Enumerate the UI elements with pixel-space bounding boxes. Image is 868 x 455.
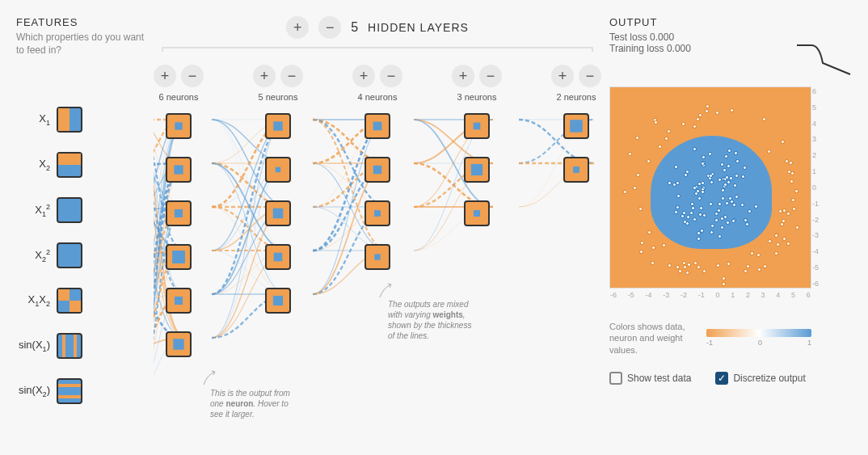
remove-neuron-button[interactable]: − bbox=[380, 65, 402, 87]
svg-rect-6 bbox=[58, 384, 81, 387]
feature-x2sq[interactable]: X22 bbox=[16, 241, 145, 270]
feature-x1[interactable]: X1 bbox=[16, 105, 145, 134]
layers-count: 5 bbox=[351, 20, 358, 35]
annotation-weights: The outputs are mixed with varying weigh… bbox=[388, 299, 477, 341]
layer-column: +−2 neurons bbox=[551, 65, 601, 357]
feature-label: X2 bbox=[16, 158, 57, 172]
remove-neuron-button[interactable]: − bbox=[579, 65, 601, 87]
hidden-neuron[interactable] bbox=[364, 200, 390, 226]
svg-rect-19 bbox=[373, 122, 382, 131]
feature-neuron[interactable] bbox=[57, 242, 82, 268]
feature-neuron[interactable] bbox=[57, 288, 82, 314]
svg-rect-21 bbox=[374, 210, 381, 217]
output-title: OUTPUT bbox=[609, 16, 852, 28]
svg-rect-20 bbox=[373, 166, 381, 174]
hidden-neuron[interactable] bbox=[265, 288, 291, 314]
feature-x1sq[interactable]: X12 bbox=[16, 196, 145, 225]
svg-rect-26 bbox=[570, 120, 582, 132]
feature-neuron[interactable] bbox=[57, 378, 82, 404]
svg-rect-17 bbox=[274, 253, 283, 262]
feature-sinx1[interactable]: sin(X1) bbox=[16, 331, 145, 360]
svg-rect-8 bbox=[175, 122, 182, 129]
hidden-neuron[interactable] bbox=[166, 331, 192, 357]
svg-rect-16 bbox=[273, 209, 283, 218]
hidden-neuron[interactable] bbox=[265, 244, 291, 270]
hidden-neuron[interactable] bbox=[563, 113, 589, 139]
feature-label: X12 bbox=[16, 203, 57, 218]
feature-neuron[interactable] bbox=[57, 197, 82, 223]
add-layer-button[interactable]: + bbox=[286, 16, 309, 39]
hidden-neuron[interactable] bbox=[464, 200, 490, 226]
features-list: X1 X2 X12 X22 X1X2 sin(X1) sin(X2) bbox=[16, 105, 145, 406]
remove-neuron-button[interactable]: − bbox=[181, 65, 204, 87]
add-neuron-button[interactable]: + bbox=[253, 65, 276, 87]
add-neuron-button[interactable]: + bbox=[551, 65, 574, 87]
feature-label: X1X2 bbox=[16, 293, 57, 308]
add-neuron-button[interactable]: + bbox=[154, 65, 176, 87]
feature-label: X1 bbox=[16, 112, 57, 127]
hidden-neuron[interactable] bbox=[364, 113, 390, 139]
svg-rect-7 bbox=[58, 395, 81, 398]
svg-rect-22 bbox=[374, 254, 380, 259]
feature-neuron[interactable] bbox=[57, 333, 82, 359]
test-loss-label: Test loss bbox=[609, 32, 647, 43]
svg-rect-5 bbox=[74, 335, 77, 357]
color-gradient bbox=[706, 329, 811, 337]
svg-rect-9 bbox=[174, 165, 183, 174]
layers-bracket bbox=[162, 47, 593, 48]
svg-rect-11 bbox=[172, 251, 185, 263]
hidden-neuron[interactable] bbox=[265, 113, 291, 139]
svg-rect-24 bbox=[471, 164, 482, 175]
layer-label: 2 neurons bbox=[557, 92, 596, 102]
hidden-neuron[interactable] bbox=[464, 157, 490, 183]
axis-y: 6543210-1-2-3-4-5-6 bbox=[812, 87, 822, 288]
remove-layer-button[interactable]: − bbox=[318, 16, 341, 39]
svg-rect-10 bbox=[175, 209, 183, 217]
svg-rect-3 bbox=[70, 301, 81, 312]
layer-column: +−6 neurons bbox=[154, 65, 204, 357]
remove-neuron-button[interactable]: − bbox=[280, 65, 303, 87]
svg-rect-1 bbox=[58, 154, 81, 165]
layer-label: 5 neurons bbox=[259, 92, 298, 102]
feature-x2[interactable]: X2 bbox=[16, 150, 145, 179]
hidden-neuron[interactable] bbox=[563, 157, 589, 183]
layer-label: 6 neurons bbox=[159, 92, 199, 102]
gradient-labels: -101 bbox=[706, 339, 811, 347]
feature-neuron[interactable] bbox=[57, 152, 82, 178]
svg-rect-14 bbox=[273, 121, 282, 130]
svg-rect-2 bbox=[58, 289, 70, 301]
checkbox-discretize[interactable]: ✓Discretize output bbox=[715, 372, 805, 385]
feature-neuron[interactable] bbox=[57, 107, 82, 133]
hidden-neuron[interactable] bbox=[166, 288, 192, 314]
hidden-neuron[interactable] bbox=[265, 157, 291, 183]
feature-x1x2[interactable]: X1X2 bbox=[16, 286, 145, 315]
remove-neuron-button[interactable]: − bbox=[479, 65, 502, 87]
feature-label: X22 bbox=[16, 248, 57, 263]
hidden-neuron[interactable] bbox=[364, 244, 390, 270]
loss-chart bbox=[795, 40, 852, 77]
train-loss-value: 0.000 bbox=[667, 43, 691, 54]
hidden-neuron[interactable] bbox=[364, 157, 390, 183]
features-title: FEATURES bbox=[16, 16, 145, 28]
svg-rect-18 bbox=[273, 296, 283, 305]
svg-rect-27 bbox=[573, 166, 579, 173]
axis-x: -6-5-4-3-2-10123456 bbox=[610, 291, 811, 299]
layer-column: +−5 neurons bbox=[253, 65, 303, 357]
svg-rect-25 bbox=[474, 210, 480, 217]
hidden-neuron[interactable] bbox=[166, 244, 192, 270]
add-neuron-button[interactable]: + bbox=[352, 65, 375, 87]
output-plot[interactable]: 6543210-1-2-3-4-5-6 -6-5-4-3-2-10123456 bbox=[609, 86, 811, 289]
hidden-neuron[interactable] bbox=[166, 113, 192, 139]
svg-rect-12 bbox=[175, 297, 183, 305]
add-neuron-button[interactable]: + bbox=[452, 65, 474, 87]
hidden-neuron[interactable] bbox=[464, 113, 490, 139]
svg-rect-15 bbox=[276, 167, 280, 172]
feature-sinx2[interactable]: sin(X2) bbox=[16, 377, 145, 406]
test-loss-value: 0.000 bbox=[650, 32, 674, 43]
train-loss-label: Training loss bbox=[609, 43, 664, 54]
hidden-neuron[interactable] bbox=[166, 200, 192, 226]
features-subtitle: Which properties do you want to feed in? bbox=[16, 32, 145, 57]
checkbox-show-test[interactable]: Show test data bbox=[609, 372, 691, 385]
hidden-neuron[interactable] bbox=[166, 157, 192, 183]
hidden-neuron[interactable] bbox=[265, 200, 291, 226]
